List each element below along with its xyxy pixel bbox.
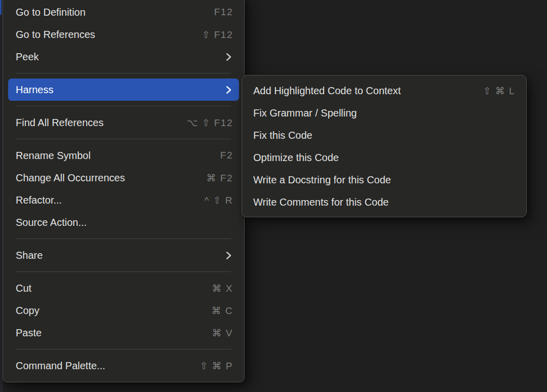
menu-item-label: Fix Grammar / Spelling xyxy=(253,107,357,119)
menu-item-shortcut: F2 xyxy=(208,150,233,161)
menu-item-source-action[interactable]: Source Action... xyxy=(8,211,239,233)
menu-item-change-all-occurrences[interactable]: Change All Occurrences ⌘ F2 xyxy=(8,167,239,189)
chevron-right-icon xyxy=(226,251,231,260)
menu-item-label: Peek xyxy=(16,51,39,63)
menu-item-write-a-docstring-for-this-code[interactable]: Write a Docstring for this Code xyxy=(242,169,526,191)
menu-item-label: Change All Occurrences xyxy=(16,172,125,184)
menu-item-label: Find All References xyxy=(16,117,103,129)
menu-item-shortcut: ⇧ F12 xyxy=(190,29,233,41)
menu-item-add-highlighted-code-to-context[interactable]: Add Highlighted Code to Context ⇧ ⌘ L xyxy=(242,80,526,102)
menu-item-shortcut: ⇧ ⌘ P xyxy=(187,360,233,372)
menu-item-label: Fix this Code xyxy=(253,130,312,141)
menu-item-fix-this-code[interactable]: Fix this Code xyxy=(242,124,526,146)
menu-item-label: Source Action... xyxy=(16,217,87,228)
editor-context-menu: Go to Definition F12 Go to References ⇧ … xyxy=(3,0,245,382)
menu-item-label: Share xyxy=(16,250,43,261)
chevron-right-icon xyxy=(226,86,231,94)
menu-separator xyxy=(16,73,231,73)
menu-item-shortcut: ⇧ ⌘ L xyxy=(471,85,515,97)
menu-item-shortcut: ⌘ F2 xyxy=(194,172,233,184)
menu-item-label: Harness xyxy=(16,84,53,96)
harness-submenu: Add Highlighted Code to Context ⇧ ⌘ L Fi… xyxy=(242,75,527,217)
menu-item-label: Cut xyxy=(16,283,31,294)
menu-item-go-to-references[interactable]: Go to References ⇧ F12 xyxy=(8,23,239,46)
menu-item-label: Write Comments for this Code xyxy=(253,197,389,208)
menu-item-label: Paste xyxy=(16,327,42,339)
menu-separator xyxy=(16,139,231,139)
menu-item-label: Add Highlighted Code to Context xyxy=(253,85,401,97)
menu-separator xyxy=(16,271,231,272)
menu-item-label: Command Palette... xyxy=(16,360,105,372)
menu-item-label: Go to Definition xyxy=(16,7,86,18)
menu-item-shortcut: ⌥ ⇧ F12 xyxy=(174,117,233,129)
menu-item-command-palette[interactable]: Command Palette... ⇧ ⌘ P xyxy=(8,355,239,377)
menu-item-label: Write a Docstring for this Code xyxy=(253,174,391,186)
menu-item-share[interactable]: Share xyxy=(8,244,239,266)
menu-separator xyxy=(16,106,231,106)
menu-item-shortcut: ⌘ V xyxy=(200,327,233,339)
menu-item-shortcut: F12 xyxy=(202,7,233,18)
menu-item-write-comments-for-this-code[interactable]: Write Comments for this Code xyxy=(242,191,526,213)
menu-item-rename-symbol[interactable]: Rename Symbol F2 xyxy=(8,144,239,167)
menu-item-copy[interactable]: Copy ⌘ C xyxy=(8,299,239,322)
menu-item-refactor[interactable]: Refactor... ^ ⇧ R xyxy=(8,189,239,211)
menu-item-label: Optimize this Code xyxy=(253,152,339,164)
menu-item-harness[interactable]: Harness xyxy=(8,79,239,101)
chevron-right-icon xyxy=(226,53,231,61)
menu-item-peek[interactable]: Peek xyxy=(8,46,239,68)
menu-item-paste[interactable]: Paste ⌘ V xyxy=(8,322,239,344)
menu-separator xyxy=(16,239,231,239)
menu-item-label: Refactor... xyxy=(16,194,62,206)
menu-item-go-to-definition[interactable]: Go to Definition F12 xyxy=(8,1,239,23)
menu-item-shortcut: ^ ⇧ R xyxy=(192,194,233,206)
menu-item-fix-grammar-spelling[interactable]: Fix Grammar / Spelling xyxy=(242,102,526,124)
menu-item-label: Go to References xyxy=(16,29,95,41)
menu-item-cut[interactable]: Cut ⌘ X xyxy=(8,277,239,299)
menu-item-shortcut: ⌘ X xyxy=(200,283,233,294)
menu-item-find-all-references[interactable]: Find All References ⌥ ⇧ F12 xyxy=(8,111,239,134)
menu-item-shortcut: ⌘ C xyxy=(200,305,233,317)
menu-item-optimize-this-code[interactable]: Optimize this Code xyxy=(242,146,526,169)
menu-separator xyxy=(16,349,231,349)
editor-backdrop-selection-fragment xyxy=(0,0,2,15)
menu-item-label: Rename Symbol xyxy=(16,150,91,162)
menu-item-label: Copy xyxy=(16,305,40,317)
